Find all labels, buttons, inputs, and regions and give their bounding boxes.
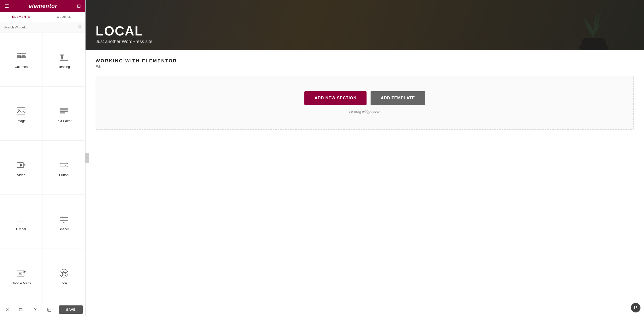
svg-rect-12	[17, 108, 25, 114]
hero-banner: LOCAL Just another WordPress site	[86, 0, 644, 50]
collapse-handle[interactable]	[85, 153, 89, 163]
drop-zone-buttons: ADD NEW SECTION ADD TEMPLATE	[304, 91, 425, 105]
google-maps-icon: 8	[16, 268, 27, 279]
search-icon	[78, 25, 82, 30]
svg-point-23	[65, 165, 66, 166]
svg-rect-5	[17, 57, 21, 58]
add-template-button[interactable]: ADD TEMPLATE	[371, 91, 425, 105]
spacer-icon	[58, 214, 69, 225]
hero-text: LOCAL Just another WordPress site	[96, 24, 152, 44]
widget-image[interactable]: Image	[0, 87, 43, 141]
svg-rect-48	[636, 309, 637, 309]
svg-text:8: 8	[24, 270, 25, 272]
grid-icon[interactable]: ⊞	[77, 3, 81, 9]
widget-video-label: Video	[17, 173, 25, 177]
svg-rect-8	[22, 56, 25, 57]
responsive-button[interactable]	[17, 305, 26, 314]
svg-rect-4	[17, 56, 21, 57]
svg-rect-15	[60, 110, 68, 110]
svg-rect-7	[22, 55, 25, 55]
sidebar-tabs: ELEMENTS GLOBAL	[0, 12, 85, 22]
svg-rect-41	[48, 308, 51, 311]
svg-rect-31	[17, 270, 24, 276]
tab-global[interactable]: GLOBAL	[43, 12, 86, 22]
close-button[interactable]: ✕	[3, 305, 12, 314]
icon-widget-icon	[58, 268, 69, 279]
widget-google-maps[interactable]: 8 Google Maps	[0, 249, 43, 303]
divider-icon	[16, 214, 27, 225]
help-button[interactable]: ?	[31, 305, 40, 314]
widgets-grid: Columns T Heading Image	[0, 32, 85, 303]
add-new-section-button[interactable]: ADD NEW SECTION	[304, 91, 367, 105]
save-button[interactable]: SAVE	[59, 305, 83, 314]
svg-point-0	[78, 25, 81, 28]
svg-rect-47	[636, 307, 637, 308]
svg-rect-3	[17, 55, 21, 55]
heading-icon: T	[58, 51, 69, 62]
widget-columns-label: Columns	[15, 65, 28, 69]
columns-icon	[16, 51, 27, 62]
svg-rect-14	[60, 108, 68, 109]
elementor-bottom-icon[interactable]	[631, 303, 640, 312]
widget-icon[interactable]: Icon	[43, 249, 86, 303]
section-edit[interactable]: Edit	[96, 65, 634, 69]
svg-rect-45	[634, 306, 635, 309]
widget-text-editor-label: Text Editor	[56, 119, 71, 123]
widget-button-label: Button	[59, 173, 69, 177]
page-content: WORKING WITH ELEMENTOR Edit ADD NEW SECT…	[86, 50, 644, 316]
sidebar: ☰ elementor ⊞ ELEMENTS GLOBAL	[0, 0, 86, 316]
widget-divider[interactable]: Divider	[0, 195, 43, 249]
text-editor-icon	[58, 105, 69, 116]
widget-google-maps-label: Google Maps	[12, 281, 31, 285]
widget-text-editor[interactable]: Text Editor	[43, 87, 86, 141]
widget-button[interactable]: Button	[43, 141, 86, 195]
svg-rect-17	[60, 113, 65, 113]
widget-divider-label: Divider	[16, 227, 26, 231]
search-bar	[0, 22, 85, 32]
widget-video[interactable]: Video	[0, 141, 43, 195]
search-input[interactable]	[4, 25, 78, 29]
svg-marker-38	[61, 271, 66, 276]
templates-button[interactable]	[45, 305, 54, 314]
svg-rect-39	[19, 308, 22, 311]
svg-rect-40	[22, 309, 23, 311]
section-heading: WORKING WITH ELEMENTOR	[96, 58, 634, 64]
svg-marker-19	[24, 164, 25, 166]
svg-rect-46	[636, 306, 637, 307]
sidebar-header: ☰ elementor ⊞	[0, 0, 85, 12]
widget-heading[interactable]: T Heading	[43, 32, 86, 87]
widget-image-label: Image	[17, 119, 26, 123]
svg-marker-20	[20, 164, 22, 166]
svg-rect-16	[60, 111, 68, 112]
button-icon	[58, 160, 69, 171]
widget-columns[interactable]: Columns	[0, 32, 43, 87]
tab-elements[interactable]: ELEMENTS	[0, 12, 43, 22]
video-icon	[16, 160, 27, 171]
hero-title: LOCAL	[96, 24, 152, 37]
svg-text:T: T	[60, 53, 64, 61]
svg-rect-2	[17, 53, 21, 54]
elementor-logo: elementor	[29, 3, 57, 9]
widget-spacer[interactable]: Spacer	[43, 195, 86, 249]
svg-line-1	[80, 27, 81, 28]
hamburger-icon[interactable]: ☰	[5, 3, 9, 9]
widget-icon-label: Icon	[61, 281, 67, 285]
drop-zone: ADD NEW SECTION ADD TEMPLATE Or drag wid…	[96, 76, 634, 130]
widget-spacer-label: Spacer	[59, 227, 69, 231]
hero-subtitle: Just another WordPress site	[96, 39, 152, 44]
main-canvas: LOCAL Just another WordPress site WORKIN…	[86, 0, 644, 316]
svg-rect-9	[22, 57, 25, 58]
svg-rect-6	[22, 53, 25, 54]
sidebar-footer: ✕ ? SAVE	[0, 303, 85, 316]
image-icon	[16, 105, 27, 116]
widget-heading-label: Heading	[58, 65, 70, 69]
drag-hint: Or drag widget here	[349, 110, 380, 114]
